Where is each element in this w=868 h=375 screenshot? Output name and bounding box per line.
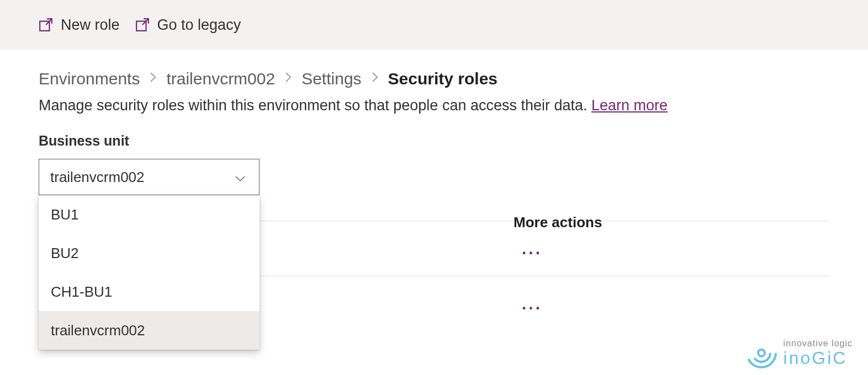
- watermark-logo: innovative logic inoGiC: [745, 336, 853, 369]
- new-tab-icon: [39, 18, 53, 32]
- breadcrumb-settings[interactable]: Settings: [301, 69, 361, 88]
- breadcrumb-environments[interactable]: Environments: [39, 69, 140, 88]
- business-unit-dropdown: BU1 BU2 CH1-BU1 trailenvcrm002: [39, 195, 260, 350]
- business-unit-select: trailenvcrm002 BU1 BU2 CH1-BU1 trailenvc…: [39, 159, 260, 195]
- page-description: Manage security roles within this enviro…: [39, 97, 829, 114]
- dropdown-item-trailenvcrm002[interactable]: trailenvcrm002: [39, 311, 260, 350]
- svg-point-2: [747, 339, 776, 367]
- command-bar: New role Go to legacy: [0, 0, 868, 50]
- breadcrumb-current: Security roles: [388, 69, 497, 88]
- learn-more-link[interactable]: Learn more: [591, 97, 668, 114]
- breadcrumb: Environments trailenvcrm002 Settings Sec…: [39, 69, 829, 88]
- go-to-legacy-label: Go to legacy: [157, 17, 241, 34]
- business-unit-label: Business unit: [39, 133, 829, 149]
- description-text: Manage security roles within this enviro…: [39, 97, 591, 114]
- chevron-right-icon: [150, 72, 156, 86]
- dropdown-item-ch1-bu1[interactable]: CH1-BU1: [39, 272, 260, 311]
- row-more-actions-button[interactable]: ...: [522, 239, 542, 258]
- business-unit-selected-value: trailenvcrm002: [50, 169, 145, 186]
- swirl-icon: [745, 336, 778, 369]
- new-tab-icon: [135, 18, 150, 32]
- new-role-label: New role: [61, 17, 120, 34]
- row-more-actions-button[interactable]: ...: [522, 294, 542, 313]
- svg-point-3: [753, 344, 770, 362]
- go-to-legacy-button[interactable]: Go to legacy: [135, 17, 241, 34]
- breadcrumb-env-name[interactable]: trailenvcrm002: [166, 69, 275, 88]
- watermark-tagline: innovative logic: [784, 339, 853, 348]
- chevron-down-icon: [235, 169, 246, 186]
- page-content: Environments trailenvcrm002 Settings Sec…: [0, 50, 868, 331]
- watermark-brand: inoGiC: [784, 349, 853, 367]
- chevron-right-icon: [285, 72, 292, 86]
- chevron-right-icon: [372, 72, 378, 86]
- new-role-button[interactable]: New role: [39, 17, 120, 34]
- business-unit-select-box[interactable]: trailenvcrm002: [39, 159, 260, 195]
- dropdown-item-bu1[interactable]: BU1: [39, 195, 260, 234]
- dropdown-item-bu2[interactable]: BU2: [39, 234, 260, 272]
- svg-point-4: [758, 350, 765, 356]
